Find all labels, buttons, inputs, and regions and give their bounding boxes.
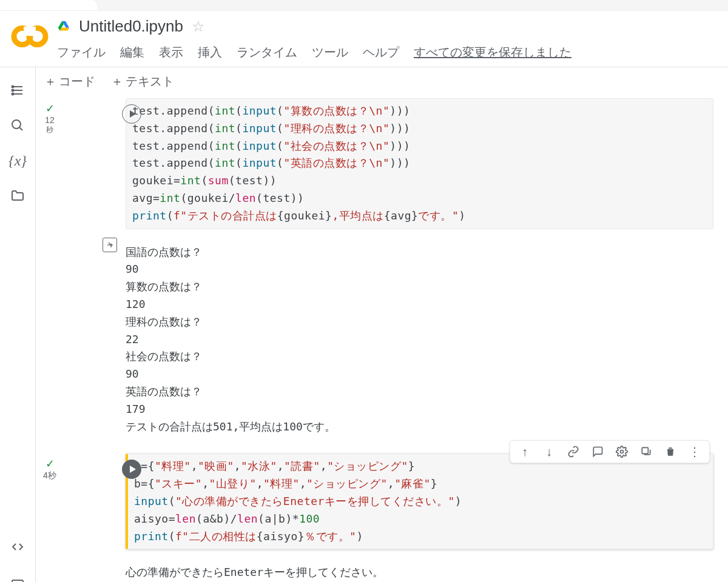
add-code-button[interactable]: ＋コード [44, 73, 95, 90]
colab-logo[interactable] [6, 17, 53, 67]
menu-file[interactable]: ファイル [57, 44, 106, 61]
mirror-icon[interactable] [639, 444, 653, 459]
cell-output: 国語の点数は？ 90 算数の点数は？ 120 理科の点数は？ 22 社会の点数は… [126, 244, 335, 436]
gear-icon[interactable] [615, 444, 629, 459]
svg-point-9 [12, 90, 14, 92]
success-icon: ✓ [41, 102, 59, 115]
success-icon: ✓ [41, 457, 59, 470]
svg-point-15 [621, 450, 624, 453]
move-down-button[interactable]: ↓ [542, 444, 556, 459]
svg-point-11 [12, 120, 21, 129]
menu-runtime[interactable]: ランタイム [237, 44, 297, 61]
svg-point-10 [12, 93, 14, 95]
files-icon[interactable] [9, 187, 26, 204]
drive-icon [57, 20, 70, 33]
variables-icon[interactable]: {x} [9, 152, 26, 169]
exec-time: 12 [41, 115, 59, 125]
svg-line-12 [19, 127, 22, 130]
exec-time-unit: 秒 [41, 125, 59, 135]
output-collapse-icon[interactable] [103, 238, 117, 252]
code-editor[interactable]: a={"料理","映画","水泳","読書","ショッピング"}b={"スキー"… [126, 453, 713, 549]
save-status[interactable]: すべての変更を保存しました [414, 44, 571, 61]
code-cell-2: ↑ ↓ ⋮ ✓ 4秒 a={"料理","映画","水泳","読書","ショッピン… [36, 453, 728, 582]
svg-rect-16 [642, 448, 648, 454]
cell-insert-toolbar: ＋コード ＋テキスト [36, 67, 728, 96]
exec-time: 4秒 [41, 470, 59, 481]
notebook-header: Untitled0.ipynb ☆ ファイル 編集 表示 挿入 ランタイム ツー… [0, 11, 728, 67]
more-icon[interactable]: ⋮ [687, 444, 702, 459]
menu-insert[interactable]: 挿入 [198, 44, 222, 61]
cell-output: 心の準備ができたらEneterキーを押してください。 二人の相性は25.0％です… [126, 564, 383, 582]
move-up-button[interactable]: ↑ [517, 444, 532, 459]
add-text-button[interactable]: ＋テキスト [111, 73, 174, 90]
menu-tools[interactable]: ツール [312, 44, 348, 61]
svg-point-8 [12, 86, 14, 88]
menu-bar: ファイル 編集 表示 挿入 ランタイム ツール ヘルプ すべての変更を保存しまし… [53, 36, 718, 67]
table-of-contents-icon[interactable] [9, 82, 26, 99]
comment-icon[interactable] [590, 444, 605, 459]
link-icon[interactable] [566, 444, 581, 459]
terminal-icon[interactable] [9, 576, 26, 582]
star-icon[interactable]: ☆ [192, 18, 205, 35]
search-icon[interactable] [9, 117, 26, 134]
code-snippets-icon[interactable] [9, 538, 26, 555]
notebook-main: ＋コード ＋テキスト ✓ 12 秒 test.append(int(input(… [35, 67, 728, 582]
code-cell-1: ✓ 12 秒 test.append(int(input("算数の点数は？\n"… [36, 98, 728, 441]
run-cell-button[interactable] [122, 104, 141, 124]
menu-edit[interactable]: 編集 [120, 44, 144, 61]
menu-view[interactable]: 表示 [159, 44, 183, 61]
notebook-title[interactable]: Untitled0.ipynb [79, 17, 183, 36]
sidebar: {x} [0, 67, 35, 582]
cell-toolbar: ↑ ↓ ⋮ [510, 440, 710, 463]
menu-help[interactable]: ヘルプ [363, 44, 399, 61]
browser-tab-bar [0, 0, 728, 11]
colab-logo-icon [11, 24, 49, 48]
code-editor[interactable]: test.append(int(input("算数の点数は？\n")))test… [126, 98, 713, 229]
delete-icon[interactable] [663, 444, 678, 459]
